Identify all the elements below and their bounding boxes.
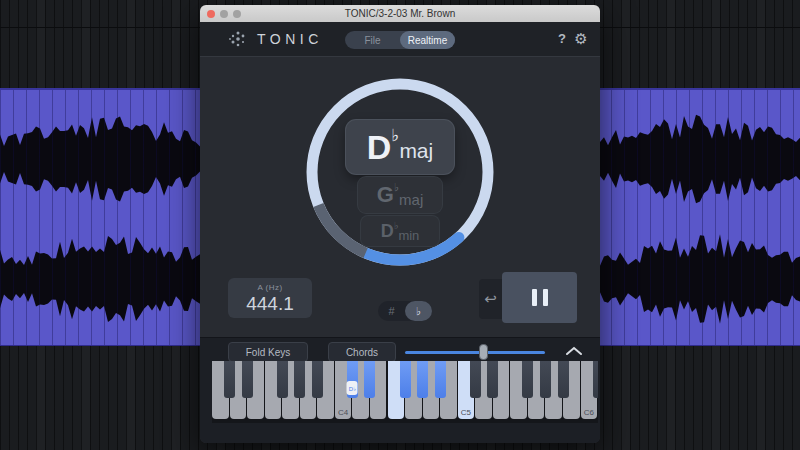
piano-key-black[interactable] [435, 361, 446, 398]
window-titlebar[interactable]: TONIC/3-2-03 Mr. Brown [200, 5, 600, 22]
tuning-label: A (Hz) [228, 283, 312, 292]
pause-icon [532, 289, 537, 306]
chord-quality: maj [399, 183, 423, 208]
undo-icon: ↩ [484, 290, 497, 308]
octave-label: C5 [458, 408, 475, 417]
piano-key-black[interactable] [522, 361, 533, 398]
chords-button[interactable]: Chords [328, 342, 396, 362]
window-title: TONIC/3-2-03 Mr. Brown [345, 8, 455, 19]
piano-key-black[interactable] [487, 361, 498, 398]
sharp-option[interactable]: # [378, 301, 405, 321]
detected-key-alt-3[interactable]: D♭min [361, 216, 439, 246]
chord-root: D [367, 128, 392, 167]
keyboard-zoom-slider[interactable] [405, 351, 545, 354]
dots-logo-icon [228, 30, 248, 48]
app-logo: TONIC [228, 30, 323, 48]
piano-key-black[interactable] [540, 361, 551, 398]
piano-key-black[interactable] [400, 361, 411, 398]
detected-key-alt-2[interactable]: G♭maj [358, 177, 442, 213]
octave-label: C4 [335, 408, 352, 417]
piano-key-black[interactable]: D♭ [347, 361, 358, 398]
zoom-window-button[interactable] [233, 10, 241, 18]
piano-key-black[interactable] [558, 361, 569, 398]
piano-key-black[interactable] [312, 361, 323, 398]
keyboard-panel: Fold Keys Chords C4C5C6D♭ [200, 337, 600, 443]
chevron-up-icon[interactable] [564, 344, 584, 358]
app-name: TONIC [257, 31, 323, 47]
detected-key-primary[interactable]: D♭maj [346, 120, 454, 174]
accidental-toggle: # ♭ [378, 301, 432, 321]
traffic-lights [207, 5, 241, 22]
piano-key-black[interactable] [224, 361, 235, 398]
plugin-body: TONIC File Realtime ? ⚙ D♭maj [200, 22, 600, 443]
mode-toggle: File Realtime [345, 31, 455, 49]
tuning-reference-box[interactable]: A (Hz) 444.1 [228, 278, 312, 318]
piano-key-black[interactable] [294, 361, 305, 398]
tab-realtime[interactable]: Realtime [400, 31, 455, 49]
piano-key-black[interactable] [470, 361, 481, 398]
octave-label: C6 [581, 408, 598, 417]
chord-root: G [377, 182, 394, 208]
piano-key-black[interactable] [242, 361, 253, 398]
chord-root: D [381, 221, 394, 242]
tonic-plugin-window: TONIC/3-2-03 Mr. Brown TONIC [200, 5, 600, 443]
chord-quality: maj [399, 131, 433, 163]
minimize-window-button[interactable] [220, 10, 228, 18]
root-note-chip: D♭ [347, 381, 358, 395]
fold-keys-button[interactable]: Fold Keys [228, 342, 308, 362]
tuning-value: 444.1 [228, 293, 312, 315]
pause-icon [543, 289, 548, 306]
flat-option[interactable]: ♭ [405, 301, 432, 321]
close-window-button[interactable] [207, 10, 215, 18]
slider-handle[interactable] [479, 344, 488, 360]
pause-button[interactable] [502, 272, 577, 323]
tab-file[interactable]: File [345, 31, 400, 49]
flat-sign: ♭ [394, 220, 399, 231]
piano-keyboard: C4C5C6D♭ [212, 361, 598, 423]
piano-key-black[interactable] [277, 361, 288, 398]
flat-sign: ♭ [391, 125, 399, 146]
help-icon[interactable]: ? [554, 30, 570, 48]
gear-icon[interactable]: ⚙ [572, 29, 590, 49]
piano-key-black[interactable] [593, 361, 598, 398]
plugin-header: TONIC File Realtime ? ⚙ [200, 22, 600, 57]
flat-sign: ♭ [394, 181, 399, 194]
chord-candidates: D♭maj G♭maj D♭min [200, 120, 600, 246]
piano-key-black[interactable] [364, 361, 375, 398]
piano-key-black[interactable] [417, 361, 428, 398]
reset-button[interactable]: ↩ [479, 279, 502, 319]
screen: TONIC/3-2-03 Mr. Brown TONIC [0, 0, 800, 450]
chord-quality: min [398, 220, 419, 243]
